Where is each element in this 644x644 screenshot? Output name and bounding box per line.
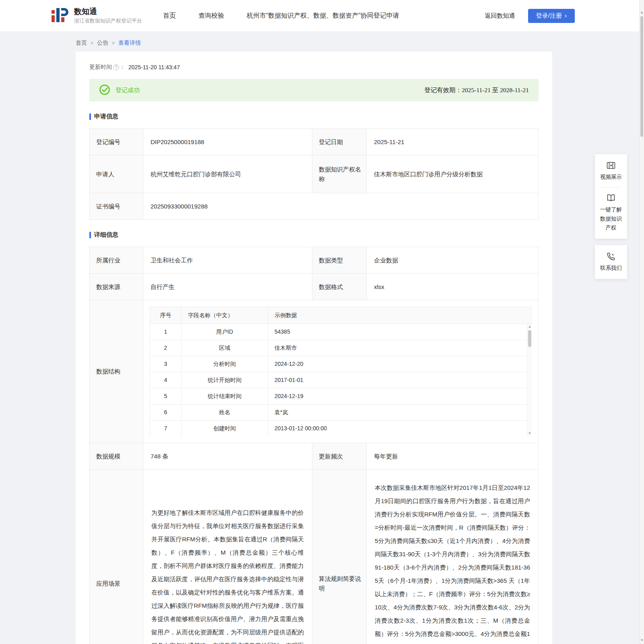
data-type-label: 数据类型 xyxy=(312,247,367,274)
contact-us-button[interactable]: 联系我们 xyxy=(598,252,624,272)
table-row: 应用场景 为更好地了解佳木斯市区域用户在口腔科健康服务中的价值分层与行为特征，我… xyxy=(90,470,539,644)
structure-label: 数据结构 xyxy=(90,300,143,443)
structure-header-sample: 示例数据 xyxy=(268,307,532,324)
chevron-right-icon: › xyxy=(565,12,567,19)
structure-row: 7创建时间2013-01-12 00:00:00 xyxy=(150,421,532,437)
algorithm-text: 本次数据采集佳木斯市地区针对2017年1月1日至2024年12月19日期间的口腔… xyxy=(375,476,530,644)
cert-no-value: 20250933000019288 xyxy=(143,193,539,220)
structure-cell: 统计结束时间 xyxy=(182,388,268,405)
structure-cell: 创建时间 xyxy=(182,421,268,437)
structure-cell: 2017-01-01 xyxy=(268,372,532,388)
structure-cell: 区域 xyxy=(182,340,268,356)
nav-item-query-verify[interactable]: 查询校验 xyxy=(198,12,224,20)
cert-no-label: 证书编号 xyxy=(90,193,143,220)
table-row: 数据规模 748 条 更新频次 每年更新 xyxy=(90,443,539,470)
structure-cell: 佳木斯市 xyxy=(268,340,532,356)
structure-cell: 54385 xyxy=(268,324,532,340)
structure-cell-container: 序号 字段名称（中文） 示例数据 1用户ID543852区域佳木斯市3分析时间2… xyxy=(143,300,539,443)
quick-guide-button[interactable]: 一键了解数据知识产权 xyxy=(598,193,624,232)
scale-value: 748 条 xyxy=(143,443,312,470)
data-source-value: 自行产生 xyxy=(143,274,312,300)
industry-label: 所属行业 xyxy=(90,247,143,274)
video-display-button[interactable]: 视频展示 xyxy=(598,161,624,182)
page-scrollbar[interactable]: ▲ ▼ xyxy=(639,0,644,644)
scrollbar-thumb[interactable] xyxy=(640,16,643,137)
contact-us-label: 联系我们 xyxy=(600,265,622,271)
video-icon xyxy=(598,161,624,170)
banner-status: 登记成功 xyxy=(99,84,140,97)
help-icon[interactable]: ? xyxy=(113,64,119,70)
structure-cell: 6 xyxy=(150,405,182,421)
nav-item-home[interactable]: 首页 xyxy=(163,12,176,20)
validity-period: 登记有效期：2025-11-21 至 2028-11-21 xyxy=(424,86,529,95)
structure-scrollbar-up-arrow[interactable]: ▲ xyxy=(527,324,532,329)
breadcrumb-separator: > xyxy=(112,40,115,46)
structure-header-row: 序号 字段名称（中文） 示例数据 xyxy=(150,307,532,324)
section-title-detail: 详细信息 xyxy=(89,231,539,239)
table-row: 数据来源 自行产生 数据格式 xlsx xyxy=(90,274,539,300)
structure-scrollbar[interactable]: ▲ ▼ xyxy=(527,324,532,436)
floating-card-top: 视频展示 一键了解数据知识产权 xyxy=(595,154,627,239)
status-text: 登记成功 xyxy=(116,87,140,94)
breadcrumb: 首页 > 公告 > 查看详情 xyxy=(76,39,644,47)
data-format-label: 数据格式 xyxy=(312,274,367,300)
section-title-detail-text: 详细信息 xyxy=(94,231,118,239)
applicant-value: 杭州艾维乾元口腔门诊部有限公司 xyxy=(143,155,312,193)
success-banner: 登记成功 登记有效期：2025-11-21 至 2028-11-21 xyxy=(89,79,539,101)
structure-row: 6姓名袁*岚 xyxy=(150,405,532,421)
structure-cell: 袁*岚 xyxy=(268,405,532,421)
validity-value: 2025-11-21 至 2028-11-21 xyxy=(462,87,529,93)
divider xyxy=(601,187,621,188)
structure-header-index: 序号 xyxy=(150,307,182,324)
structure-scrollbar-down-arrow[interactable]: ▼ xyxy=(527,431,532,436)
structure-row: 4统计开始时间2017-01-01 xyxy=(150,372,532,388)
structure-cell: 用户ID xyxy=(182,324,268,340)
structure-cell: 7 xyxy=(150,421,182,437)
back-to-shuzhitong-link[interactable]: 返回数知通 xyxy=(485,12,515,20)
dip-name-value: 佳木斯市地区口腔门诊用户分级分析数据 xyxy=(367,155,539,193)
structure-cell: 分析时间 xyxy=(182,356,268,372)
reg-no-label: 登记编号 xyxy=(90,129,143,155)
structure-cell: 统计开始时间 xyxy=(182,372,268,388)
structure-row: 1用户ID54385 xyxy=(150,324,532,340)
floating-card-contact: 联系我们 xyxy=(595,245,627,279)
data-type-value: 企业数据 xyxy=(367,247,539,274)
scrollbar-down-arrow[interactable]: ▼ xyxy=(640,638,644,643)
reg-date-label: 登记日期 xyxy=(312,129,367,155)
scrollbar-up-arrow[interactable]: ▲ xyxy=(640,10,644,15)
structure-cell: 姓名 xyxy=(182,405,268,421)
table-row: 登记编号 DIP2025000019188 登记日期 2025-11-21 xyxy=(90,129,539,155)
scenario-label: 应用场景 xyxy=(90,470,143,644)
structure-cell: 2 xyxy=(150,340,182,356)
login-register-button[interactable]: 登录/注册 › xyxy=(528,9,575,23)
structure-cell: 5 xyxy=(150,388,182,405)
login-button-label: 登录/注册 xyxy=(536,12,562,20)
structure-cell: 2024-12-20 xyxy=(268,356,532,372)
structure-header-field: 字段名称（中文） xyxy=(182,307,268,324)
breadcrumb-home[interactable]: 首页 xyxy=(76,39,87,47)
logo-title: 数知通 xyxy=(74,7,142,17)
breadcrumb-separator: > xyxy=(91,40,93,46)
video-display-label: 视频展示 xyxy=(600,174,622,180)
structure-cell: 2024-12-19 xyxy=(268,388,532,405)
structure-row: 3分析时间2024-12-20 xyxy=(150,356,532,372)
structure-row: 5统计结束时间2024-12-19 xyxy=(150,388,532,405)
table-row: 所属行业 卫生和社会工作 数据类型 企业数据 xyxy=(90,247,539,274)
data-source-label: 数据来源 xyxy=(90,274,143,300)
scale-label: 数据规模 xyxy=(90,443,143,470)
update-time-value: 2025-11-20 11:43:47 xyxy=(128,64,180,70)
quick-guide-label: 一键了解数据知识产权 xyxy=(600,206,622,231)
phone-icon xyxy=(598,252,624,261)
nav-item-hangzhou-registration[interactable]: 杭州市“数据知识产权、数据、数据资产”协同登记申请 xyxy=(247,12,399,20)
section-title-application-text: 申请信息 xyxy=(94,113,118,120)
table-row: 证书编号 20250933000019288 xyxy=(90,193,539,220)
structure-cell: 3 xyxy=(150,356,182,372)
check-circle-icon xyxy=(99,84,110,97)
structure-table: 序号 字段名称（中文） 示例数据 1用户ID543852区域佳木斯市3分析时间2… xyxy=(150,307,532,436)
structure-row: 2区域佳木斯市 xyxy=(150,340,532,356)
frequency-label: 更新频次 xyxy=(312,443,367,470)
scenario-text: 为更好地了解佳木斯市区域用户在口腔科健康服务中的价值分层与行为特征，我单位对相关… xyxy=(151,476,304,644)
detail-card: 更新时间 ? ： 2025-11-20 11:43:47 登记成功 登记有效期：… xyxy=(76,52,552,644)
structure-scrollbar-thumb[interactable] xyxy=(528,330,531,347)
breadcrumb-announcement[interactable]: 公告 xyxy=(97,39,108,47)
